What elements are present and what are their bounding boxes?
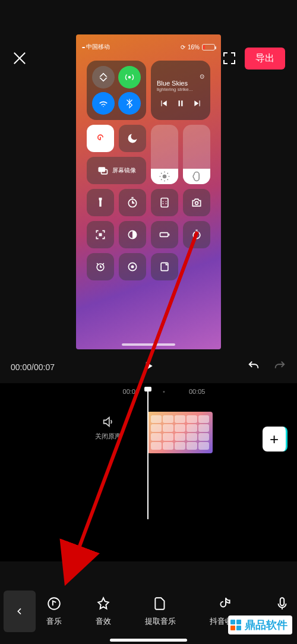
play-button[interactable] <box>143 360 154 374</box>
export-button[interactable]: 导出 <box>245 48 285 70</box>
add-clip-button[interactable]: + <box>263 427 287 452</box>
stopwatch-icon <box>183 221 210 248</box>
tool-sfx[interactable]: 音效 <box>96 596 111 627</box>
timer-icon <box>119 189 146 216</box>
undo-button[interactable] <box>247 359 260 374</box>
mute-original-audio[interactable]: 关闭原声 <box>95 415 121 441</box>
svg-point-16 <box>195 234 197 236</box>
brightness-slider <box>151 125 178 184</box>
svg-point-1 <box>163 175 167 179</box>
contrast-icon <box>119 221 146 248</box>
video-preview[interactable]: 中国移动 ⟳ 16% ⊙ Blue Skies lightering strik… <box>76 34 221 349</box>
orientation-lock-icon <box>87 125 114 152</box>
gesture-bar <box>110 639 187 642</box>
watermark: 鼎品软件 <box>228 615 292 634</box>
scan-icon <box>87 221 114 248</box>
back-button[interactable] <box>4 591 36 632</box>
svg-rect-22 <box>280 598 285 605</box>
battery-icon <box>151 221 178 248</box>
svg-point-7 <box>166 201 167 203</box>
svg-point-19 <box>131 266 134 269</box>
volume-slider <box>183 125 210 184</box>
close-button[interactable] <box>12 50 27 66</box>
screen-mirror-tile: 屏幕镜像 <box>87 157 146 184</box>
playhead[interactable] <box>147 389 148 519</box>
svg-rect-5 <box>161 198 168 207</box>
svg-point-21 <box>48 598 60 610</box>
svg-point-8 <box>163 203 164 204</box>
note-icon <box>151 253 178 280</box>
svg-point-9 <box>166 203 167 204</box>
svg-rect-11 <box>99 233 102 236</box>
flashlight-icon <box>87 189 114 216</box>
tool-music[interactable]: 音乐 <box>46 596 62 627</box>
svg-rect-14 <box>169 233 170 235</box>
camera-icon <box>183 189 210 216</box>
dnd-icon <box>119 125 146 152</box>
calculator-icon <box>151 189 178 216</box>
svg-rect-20 <box>161 263 168 270</box>
video-clip[interactable] <box>147 412 213 453</box>
time-display: 00:00/00:07 <box>11 362 55 372</box>
svg-point-0 <box>128 76 131 79</box>
redo-button[interactable] <box>273 359 286 374</box>
svg-rect-13 <box>160 233 168 237</box>
timeline[interactable]: 00:00•00:05 关闭原声 <box>0 383 297 561</box>
record-icon <box>119 253 146 280</box>
svg-point-6 <box>163 201 164 203</box>
svg-point-10 <box>195 201 198 204</box>
tool-extract-music[interactable]: 提取音乐 <box>145 596 176 627</box>
home-indicator <box>122 343 175 346</box>
fullscreen-icon[interactable] <box>222 51 236 65</box>
alarm-icon <box>87 253 114 280</box>
time-ruler: 00:00•00:05 <box>15 383 297 395</box>
